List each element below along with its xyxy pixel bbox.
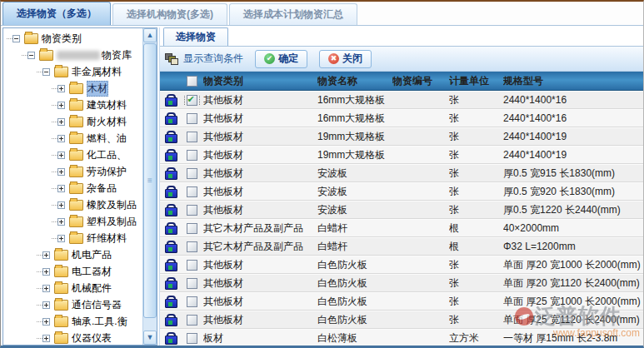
table-row[interactable]: 其他板材白色防火板张单面 厚25 宽1000 长2000(mm) [160,292,643,311]
top-tab-0[interactable]: 选择物资（多选） [2,2,111,25]
expand-toggle-icon[interactable] [42,285,50,292]
table-row[interactable]: 其它木材产品及副产品白蜡杆根40×2000mm [160,219,643,237]
row-checkbox[interactable] [187,278,197,289]
table-row[interactable]: 其他板材16mm大规格板张2440*1400*16 [160,109,643,127]
confirm-button[interactable]: ✔ 确定 [255,50,307,68]
tree-node-15[interactable]: 机械配件 [3,280,142,296]
row-checkbox[interactable] [187,333,197,344]
table-row[interactable]: 其他板材白色防火板张单面 厚20 宽1120 长2400(mm) [160,274,643,292]
expand-toggle-icon[interactable] [57,201,65,209]
row-checkbox[interactable] [187,296,197,307]
tree-node-2[interactable]: 非金属材料 [3,63,142,80]
row-checkbox[interactable] [187,132,197,142]
table-row[interactable]: 板材白松薄板立方米一等材 厚15mm 长2-3.8m [160,329,643,346]
lock-cell [160,314,180,326]
cell-unit: 根 [449,240,503,254]
lock-icon [165,296,176,308]
tree-node-5[interactable]: 耐火材料 [3,113,142,130]
row-checkbox[interactable] [187,205,197,216]
expand-toggle-icon[interactable] [57,168,65,176]
expand-toggle-icon[interactable] [42,335,50,342]
tree-node-10[interactable]: 橡胶及制品 [3,196,142,213]
tree-node-11[interactable]: 塑料及制品 [3,213,142,230]
folder-icon [69,133,83,144]
table-row[interactable]: 其他板材安波板张厚0.5 宽920 长1830(mm) [160,182,643,201]
row-checkbox[interactable] [187,260,197,271]
tree-scrollbar[interactable]: ▲ ▼ [142,28,157,345]
table-row[interactable]: 其他板材安波板张厚0.5 宽915 长1830(mm) [160,164,643,182]
tree-node-18[interactable]: 仪器仪表 [3,330,142,345]
table-row[interactable]: 其他板材安波板张厚0.5 宽1220 长2440(mm) [160,201,643,219]
tree-node-1[interactable]: 物资库 [3,47,142,63]
collapse-toggle-icon[interactable] [42,68,50,76]
expand-toggle-icon[interactable] [42,301,50,309]
top-tab-1[interactable]: 选择机构物资(多选) [112,3,227,25]
close-x-icon: ✖ [328,53,339,64]
table-row[interactable]: 其他板材白色防火板张单面 厚20 宽1000 长2000(mm) [160,256,643,274]
collapse-toggle-icon[interactable] [27,52,35,59]
expand-toggle-icon[interactable] [57,85,65,92]
row-checkbox[interactable] [187,315,197,326]
close-button[interactable]: ✖ 关闭 [319,50,372,68]
expand-toggle-icon[interactable] [57,102,65,109]
lock-icon [165,314,176,326]
table-row[interactable]: 其他板材白色防火板张单面 厚25 宽1120 长2400(mm) [160,311,643,329]
tree-connector [37,305,42,306]
expand-toggle-icon[interactable] [57,185,65,192]
cell-category: 其他板材 [203,258,317,272]
row-checkbox[interactable] [187,150,197,161]
checkbox-cell [180,223,203,234]
row-checkbox[interactable] [187,95,197,106]
scroll-up-arrow[interactable]: ▲ [143,28,157,42]
tab-select-materials[interactable]: 选择物资 [163,27,228,46]
row-checkbox[interactable] [187,186,197,197]
tree-node-13[interactable]: 机电产品 [3,246,142,263]
tree-node-label: 机电产品 [72,248,112,262]
expand-toggle-icon[interactable] [57,135,65,142]
show-query-conditions-link[interactable]: 显示查询条件 [183,52,243,66]
row-checkbox[interactable] [187,113,197,124]
expand-toggle-icon[interactable] [57,118,65,126]
cell-category: 其它木材产品及副产品 [203,221,317,236]
expand-toggle-icon[interactable] [42,251,50,259]
lock-icon [165,332,176,345]
tree-node-16[interactable]: 通信信号器 [3,296,142,313]
tree-node-17[interactable]: 轴承.工具.衡 [3,313,142,330]
expand-toggle-icon[interactable] [42,318,50,326]
tree-node-14[interactable]: 电工器材 [3,263,142,280]
scrollbar-thumb[interactable] [143,43,157,318]
lock-cell [160,149,180,162]
col-header-name: 物资名称 [317,74,392,88]
tree-node-6[interactable]: 燃料、油 [3,130,142,147]
expand-toggle-icon[interactable] [57,235,65,242]
cell-name: 白色防火板 [317,258,392,272]
row-checkbox[interactable] [187,168,197,179]
table-row[interactable]: 其他板材19mm大规格板张2440*1400*19 [160,127,643,146]
top-tab-2[interactable]: 选择成本计划物资汇总 [229,3,357,25]
query-conditions-icon [165,53,178,65]
expand-toggle-icon[interactable] [57,218,65,226]
lock-icon [165,204,176,216]
tree-node-7[interactable]: 化工品、 [3,147,142,163]
tree-node-4[interactable]: 建筑材料 [3,97,142,113]
tree-node-label: 化工品、 [87,148,127,162]
tree-node-label: 劳动保护 [87,165,127,179]
select-all-checkbox[interactable] [187,76,197,87]
table-row[interactable]: 其他板材19mm大规格板张2440*1400*19 [160,146,643,164]
tree-node-9[interactable]: 杂备品 [3,180,142,196]
row-checkbox[interactable] [187,241,197,252]
table-row[interactable]: 其他板材16mm大规格板张2440*1400*16 [160,91,643,109]
tree-node-12[interactable]: 纤维材料 [3,230,142,246]
tree-node-8[interactable]: 劳动保护 [3,163,142,180]
scroll-down-arrow[interactable]: ▼ [143,331,157,345]
folder-icon [69,183,83,194]
table-row[interactable]: 其它木材产品及副产品白蜡杆根Φ32 L=1200mm [160,237,643,256]
tree-node-3[interactable]: 木材 [3,80,142,97]
materials-content: 选择物资 显示查询条件 ✔ 确定 ✖ 关闭 物资类别 物资名称 物资编号 [159,27,643,346]
col-header-code: 物资编号 [392,74,449,88]
collapse-toggle-icon[interactable] [12,35,20,42]
row-checkbox[interactable] [187,223,197,234]
expand-toggle-icon[interactable] [42,268,50,276]
expand-toggle-icon[interactable] [57,152,65,159]
tree-node-0[interactable]: 物资类别 [3,30,142,47]
